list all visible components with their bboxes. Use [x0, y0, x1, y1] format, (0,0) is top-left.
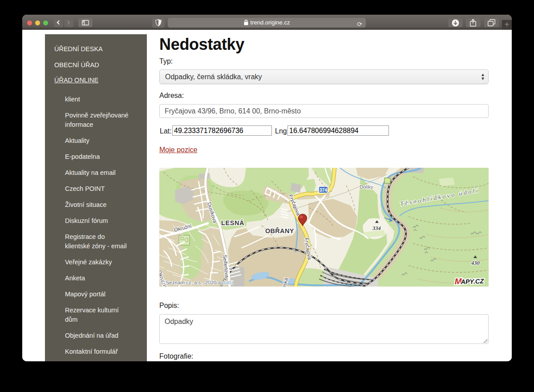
svg-text:APY.CZ: APY.CZ: [460, 278, 485, 286]
svg-text:LESNÁ: LESNÁ: [221, 219, 244, 226]
svg-text:334: 334: [372, 225, 381, 231]
svg-text:OBŘANY: OBŘANY: [265, 227, 294, 234]
svg-text:Dolíky: Dolíky: [360, 184, 373, 190]
svg-text:© Seznam.cz, a.s., 2020 a dalš: © Seznam.cz, a.s., 2020 a další: [161, 280, 233, 285]
svg-text:430: 430: [471, 260, 480, 266]
svg-text:374: 374: [320, 187, 328, 193]
